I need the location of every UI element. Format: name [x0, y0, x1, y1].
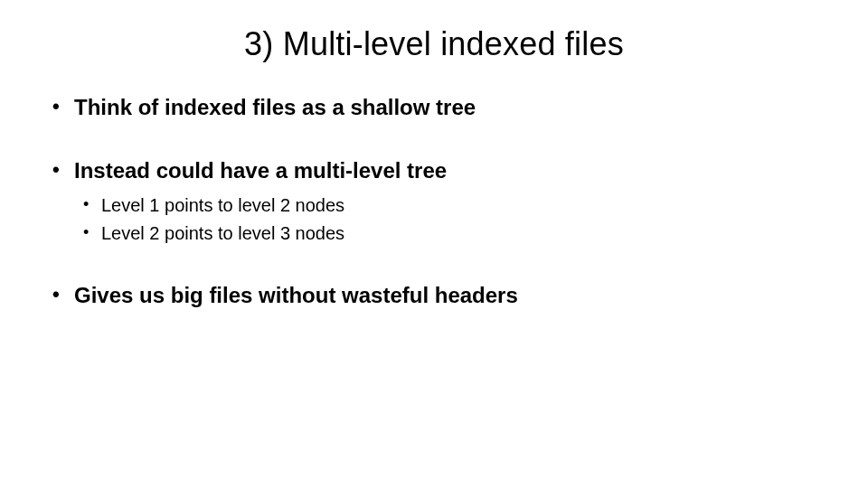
- bullet-item: Think of indexed files as a shallow tree: [45, 94, 823, 121]
- bullet-item: Gives us big files without wasteful head…: [45, 282, 823, 309]
- slide-body: Think of indexed files as a shallow tree…: [0, 63, 868, 309]
- sub-bullet-list: Level 1 points to level 2 nodes Level 2 …: [74, 193, 823, 246]
- bullet-item: Instead could have a multi-level tree Le…: [45, 157, 823, 246]
- bullet-text: Think of indexed files as a shallow tree: [74, 95, 476, 119]
- bullet-list: Think of indexed files as a shallow tree…: [45, 94, 823, 309]
- bullet-text: Instead could have a multi-level tree: [74, 158, 447, 183]
- bullet-text: Gives us big files without wasteful head…: [74, 283, 518, 307]
- sub-bullet-item: Level 2 points to level 3 nodes: [74, 221, 823, 246]
- sub-bullet-item: Level 1 points to level 2 nodes: [74, 193, 823, 218]
- slide-title: 3) Multi-level indexed files: [0, 0, 868, 63]
- slide: 3) Multi-level indexed files Think of in…: [0, 0, 868, 488]
